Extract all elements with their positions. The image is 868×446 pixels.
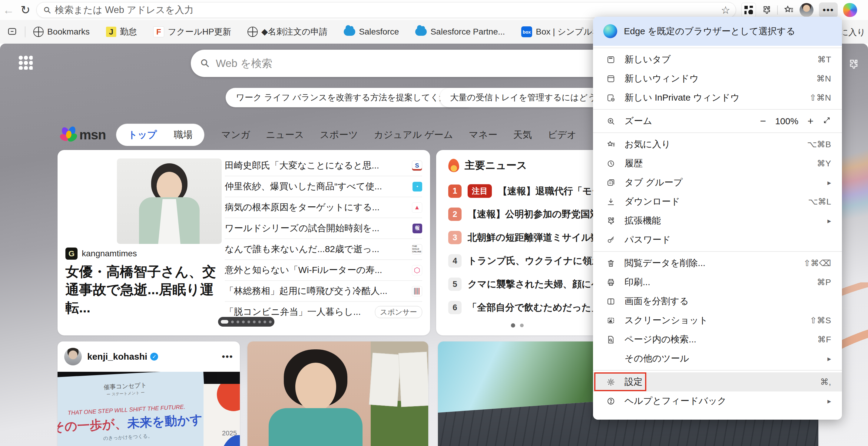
refresh-icon[interactable]: ↻: [17, 1, 34, 19]
article-row[interactable]: ワールドシリーズの試合開始時刻を... 報: [225, 218, 422, 239]
tab-groups-bar-icon[interactable]: [7, 26, 18, 38]
instagram-photo[interactable]: 催事コンセプト ー ステートメント ー THAT ONE STEP WILL S…: [58, 372, 240, 446]
article-row[interactable]: 田崎史郎氏「大変なことになると思... S: [225, 155, 422, 176]
menu-item-settings[interactable]: 設定 ⌘,: [593, 373, 842, 391]
article-row[interactable]: 病気の根本原因をターゲットにする... ▲: [225, 197, 422, 218]
fullscreen-icon[interactable]: [823, 115, 831, 127]
bookmark-salesforce-partner[interactable]: Salesforce Partne...: [415, 27, 505, 37]
menu-item-downloads[interactable]: ダウンロード ⌥⌘L: [593, 192, 842, 211]
msn-logo[interactable]: msn: [61, 126, 106, 143]
hero-source[interactable]: G kangnamtimes: [65, 247, 137, 260]
hero-carousel-dots[interactable]: [218, 317, 274, 327]
carousel-dot[interactable]: [264, 321, 266, 323]
qr-extension-icon[interactable]: [741, 3, 756, 17]
carousel-dot[interactable]: [237, 321, 239, 323]
suggestion-chip-1[interactable]: ワーク ライフ バランスを改善する方法を提案してください: [226, 88, 475, 107]
portrait-photo-card[interactable]: [247, 341, 428, 446]
address-bar[interactable]: ⚲ 検索または Web アドレスを入力 ☆: [36, 2, 736, 18]
bookmark-salesforce[interactable]: Salesforce: [344, 27, 399, 37]
bookmark-school-hp[interactable]: F フクールHP更新: [153, 26, 231, 37]
tab-news[interactable]: ニュース: [266, 128, 304, 141]
top-news-item-4[interactable]: 4 トランプ氏、ウクライナに領土割譲: [448, 254, 600, 268]
favorite-star-icon[interactable]: ☆: [721, 4, 730, 16]
kenji-avatar[interactable]: [64, 348, 82, 365]
menu-item-passwords[interactable]: パスワード: [593, 230, 842, 249]
carousel-dot[interactable]: [269, 321, 272, 323]
tab-money[interactable]: マネー: [469, 128, 497, 141]
chip-label: ワーク ライフ バランスを改善する方法を提案してください: [236, 92, 465, 103]
tab-manga[interactable]: マンガ: [221, 128, 250, 141]
top-news-pagination[interactable]: [511, 323, 524, 328]
carousel-dot[interactable]: [231, 321, 234, 323]
edge-logo-icon: [603, 24, 617, 38]
menu-item-history[interactable]: 履歴 ⌘Y: [593, 154, 842, 173]
menu-item-more-tools[interactable]: その他のツール ▸: [593, 349, 842, 368]
hero-image[interactable]: [117, 158, 222, 244]
profile-avatar[interactable]: [800, 3, 813, 17]
bookmark-bookmarks[interactable]: Bookmarks: [33, 27, 90, 37]
article-row[interactable]: なんで誰も来ないんだ...82歳で逝っ... THE GOLD ONLINE: [225, 239, 422, 260]
extensions-icon[interactable]: [762, 5, 772, 15]
carousel-dot[interactable]: [247, 321, 250, 323]
carousel-dot[interactable]: [258, 321, 261, 323]
tab-groups-icon: [604, 178, 618, 187]
more-menu-button[interactable]: •••: [819, 2, 838, 18]
top-news-item-3[interactable]: 3 北朝鮮の短距離弾道ミサイル数発、: [448, 231, 600, 244]
tab-video[interactable]: ビデオ: [548, 128, 576, 141]
other-favorites-partial-label[interactable]: に入り: [840, 27, 866, 38]
menu-item-find-on-page[interactable]: ページ内の検索... ⌘F: [593, 330, 842, 349]
menu-item-extensions[interactable]: 拡張機能 ▸: [593, 211, 842, 230]
article-row[interactable]: 意外と知らない「Wi-Fiルーターの寿... ⬡: [225, 260, 422, 281]
menu-item-help-feedback[interactable]: ヘルプとフィードバック ▸: [593, 391, 842, 411]
search-icon: ⚲: [198, 56, 212, 70]
menu-label: タブ グループ: [624, 176, 828, 189]
tab-casual-games[interactable]: カジュアル ゲーム: [374, 128, 453, 141]
menu-item-screenshot[interactable]: スクリーンショット ⇧⌘S: [593, 311, 842, 330]
rank-badge: 1: [448, 184, 462, 198]
carousel-dot[interactable]: [253, 321, 256, 323]
zoom-out-button[interactable]: −: [760, 115, 766, 127]
default-browser-banner[interactable]: Edge を既定のブラウザーとして選択する: [593, 17, 842, 46]
menu-item-tab-groups[interactable]: タブ グループ ▸: [593, 173, 842, 192]
article-row[interactable]: 「林総務相」起用に噂飛び交う冷酷人...: [225, 281, 422, 302]
carousel-dot-active[interactable]: [221, 320, 228, 324]
source-icon-gold-online: THE GOLD ONLINE: [412, 244, 422, 255]
card-more-icon[interactable]: •••: [222, 352, 233, 362]
instagram-username[interactable]: kenji_kohashi: [87, 352, 147, 362]
top-news-item-2[interactable]: 2 【速報】公明初参加の野党国対委員: [448, 208, 600, 221]
hero-headline[interactable]: 女優・高橋智子さん、交通事故で急逝...居眠り運転...: [65, 263, 226, 317]
page-dot[interactable]: [520, 324, 524, 327]
menu-item-new-window[interactable]: 新しいウィンドウ ⌘N: [593, 69, 842, 88]
menu-shortcut: ⌥⌘B: [807, 139, 831, 149]
tab-sports[interactable]: スポーツ: [320, 128, 358, 141]
menu-item-new-tab[interactable]: 新しいタブ ⌘T: [593, 50, 842, 69]
copilot-icon[interactable]: [843, 3, 857, 17]
web-search-box[interactable]: ⚲ Web を検索: [191, 50, 643, 77]
tab-weather[interactable]: 天気: [513, 128, 532, 141]
tab-workplace[interactable]: 職場: [165, 128, 201, 141]
instagram-header: kenji_kohashi ✓ •••: [58, 341, 240, 372]
menu-item-clear-browsing-data[interactable]: 閲覧データを削除... ⇧⌘⌫: [593, 254, 842, 273]
page-dot-active[interactable]: [511, 323, 515, 328]
menu-item-print[interactable]: 印刷... ⌘P: [593, 273, 842, 292]
favorites-icon: [604, 140, 618, 149]
top-news-item-5[interactable]: 5 クマに襲撃された夫婦、顔にケガ...: [448, 277, 600, 291]
page-puzzle-icon[interactable]: [847, 58, 860, 71]
menu-item-new-inprivate[interactable]: 新しい InPrivate ウィンドウ ⇧⌘N: [593, 88, 842, 107]
tab-top[interactable]: トップ: [119, 128, 165, 141]
menu-item-split-screen[interactable]: 画面を分割する: [593, 292, 842, 311]
bookmark-kintai[interactable]: J 勤怠: [106, 26, 137, 37]
back-icon[interactable]: ←: [0, 1, 17, 19]
bookmark-meishi[interactable]: ◆名刺注文の申請: [247, 26, 328, 37]
instagram-card[interactable]: kenji_kohashi ✓ ••• 催事コンセプト ー ステートメント ー …: [58, 341, 240, 446]
top-news-item-6[interactable]: 6 「全部自分で飲むためだった」不正: [448, 301, 600, 314]
carousel-dot[interactable]: [242, 321, 245, 323]
menu-separator: [593, 370, 842, 370]
app-launcher-icon[interactable]: [18, 55, 33, 70]
menu-item-favorites[interactable]: お気に入り ⌥⌘B: [593, 135, 842, 154]
zoom-in-button[interactable]: +: [807, 115, 813, 127]
top-news-item-1[interactable]: 1 注目 【速報】退職代行「モームリ: [448, 184, 600, 198]
article-row[interactable]: 仲里依紗、爆買いした商品“すべて使... ✦: [225, 176, 422, 197]
menu-label: お気に入り: [624, 138, 807, 151]
favorites-bar-icon[interactable]: [783, 4, 794, 16]
